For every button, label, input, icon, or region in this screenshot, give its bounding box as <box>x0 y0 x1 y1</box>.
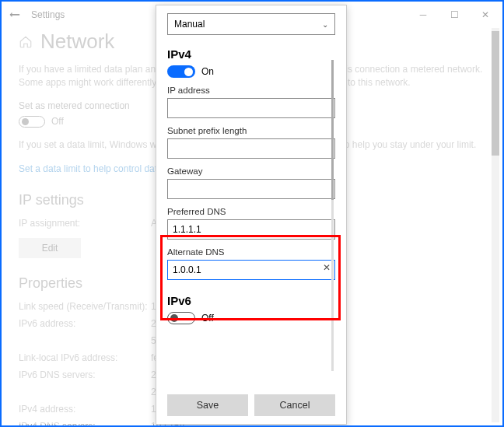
panel-scrollbar[interactable] <box>331 60 334 371</box>
preferred-dns-input[interactable] <box>167 219 335 240</box>
alternate-dns-label: Alternate DNS <box>167 247 335 257</box>
save-button[interactable]: Save <box>167 394 248 416</box>
metered-state: Off <box>51 116 64 127</box>
clear-icon[interactable]: ✕ <box>323 262 331 273</box>
ip-address-input[interactable] <box>167 98 335 118</box>
minimize-button[interactable]: ─ <box>408 3 439 26</box>
page-scrollbar-thumb[interactable] <box>492 31 499 156</box>
ipv4-toggle[interactable] <box>167 65 195 78</box>
property-key: Link-local IPv6 address: <box>19 352 151 363</box>
ip-address-label: IP address <box>167 86 335 95</box>
metered-toggle[interactable] <box>19 116 45 128</box>
home-icon <box>19 35 33 49</box>
ipv4-heading: IPv4 <box>167 47 335 61</box>
mode-select[interactable]: Manual ⌄ <box>167 13 335 35</box>
ipv6-state: Off <box>201 313 214 324</box>
mode-value: Manual <box>174 19 205 30</box>
ipv6-toggle[interactable] <box>167 312 195 324</box>
ip-assignment-label: IP assignment: <box>19 218 151 229</box>
panel-scrollbar-thumb[interactable] <box>331 60 334 200</box>
page-scrollbar[interactable] <box>492 28 499 422</box>
preferred-dns-label: Preferred DNS <box>167 207 335 216</box>
ipv4-state: On <box>201 66 214 77</box>
close-button[interactable]: ✕ <box>470 3 501 26</box>
chevron-down-icon: ⌄ <box>322 20 328 29</box>
back-button[interactable]: 🠔 <box>3 9 26 21</box>
ip-edit-panel: Manual ⌄ IPv4 On IP address Subnet prefi… <box>156 5 347 425</box>
property-key: IPv6 DNS servers: <box>19 369 151 380</box>
maximize-button[interactable]: ☐ <box>439 3 470 26</box>
property-key: IPv4 DNS servers: <box>19 421 151 427</box>
subnet-label: Subnet prefix length <box>167 126 335 135</box>
ipv6-heading: IPv6 <box>167 294 335 307</box>
alternate-dns-input[interactable] <box>167 260 335 280</box>
gateway-label: Gateway <box>167 166 335 176</box>
page-title: Network <box>40 30 114 54</box>
cancel-button[interactable]: Cancel <box>254 394 335 416</box>
property-key: Link speed (Receive/Transmit): <box>19 301 151 312</box>
gateway-input[interactable] <box>167 179 335 199</box>
property-key: IPv6 address: <box>19 318 151 329</box>
property-key <box>19 335 151 346</box>
property-key <box>19 387 151 397</box>
app-name: Settings <box>26 9 65 20</box>
property-key: IPv4 address: <box>19 404 151 415</box>
subnet-input[interactable] <box>167 138 335 159</box>
edit-button[interactable]: Edit <box>19 238 81 258</box>
